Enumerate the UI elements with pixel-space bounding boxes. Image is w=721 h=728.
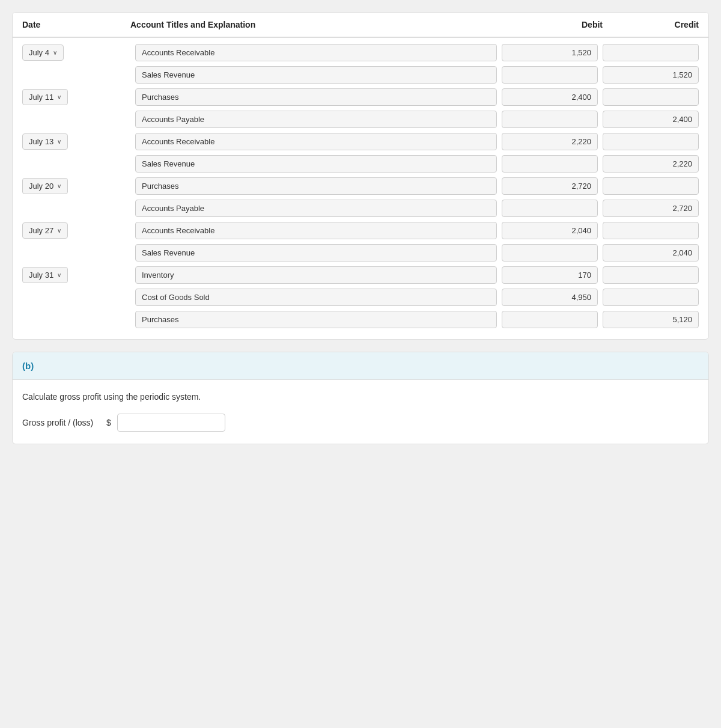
debit-input-july20-1[interactable] (502, 200, 598, 217)
debit-input-july11-1[interactable] (502, 111, 598, 128)
journal-entries: July 4 ∨ July 11 (13, 38, 708, 339)
account-input-july27-1[interactable] (135, 244, 497, 262)
date-cell-july31: July 31 ∨ (22, 267, 130, 283)
debit-input-july4-1[interactable] (502, 66, 598, 84)
date-dropdown-july11[interactable]: July 11 ∨ (22, 89, 68, 105)
chevron-icon: ∨ (57, 94, 61, 100)
date-label-july27: July 27 (29, 226, 53, 235)
account-input-july11-1[interactable] (135, 111, 497, 128)
entry-group-july20: July 20 ∨ (22, 177, 699, 217)
date-cell-july20: July 20 ∨ (22, 178, 130, 194)
entry-row: July 11 ∨ (22, 88, 699, 106)
section-b-label: (b) (22, 361, 34, 371)
credit-input-july31-2[interactable] (603, 311, 699, 328)
header-date: Date (22, 20, 130, 29)
entry-row (22, 200, 699, 217)
debit-input-july13-0[interactable] (502, 133, 598, 150)
debit-input-july31-1[interactable] (502, 289, 598, 306)
date-dropdown-july27[interactable]: July 27 ∨ (22, 222, 68, 239)
credit-input-july31-1[interactable] (603, 289, 699, 306)
date-cell-july13: July 13 ∨ (22, 133, 130, 150)
entry-row (22, 289, 699, 306)
chevron-icon: ∨ (57, 272, 61, 278)
date-label-july4: July 4 (29, 48, 49, 57)
credit-input-july31-0[interactable] (603, 266, 699, 284)
date-label-july13: July 13 (29, 137, 53, 146)
section-b-header: (b) (13, 352, 708, 380)
credit-input-july13-0[interactable] (603, 133, 699, 150)
entry-row: July 20 ∨ (22, 177, 699, 195)
entry-group-july27: July 27 ∨ (22, 222, 699, 262)
entry-row (22, 244, 699, 262)
account-input-july31-2[interactable] (135, 311, 497, 328)
entry-row: July 27 ∨ (22, 222, 699, 239)
account-input-july31-0[interactable] (135, 266, 497, 284)
header-account: Account Titles and Explanation (130, 20, 507, 29)
section-b-card: (b) Calculate gross profit using the per… (12, 352, 709, 444)
date-label-july11: July 11 (29, 93, 53, 102)
gross-profit-row: Gross profit / (loss) $ (22, 414, 699, 432)
date-cell-july27: July 27 ∨ (22, 222, 130, 239)
header-credit: Credit (603, 20, 699, 29)
account-input-july31-1[interactable] (135, 289, 497, 306)
account-input-july13-1[interactable] (135, 155, 497, 173)
entry-row: July 13 ∨ (22, 133, 699, 150)
gross-profit-label: Gross profit / (loss) (22, 418, 100, 427)
date-dropdown-july20[interactable]: July 20 ∨ (22, 178, 68, 194)
account-input-july20-0[interactable] (135, 177, 497, 195)
credit-input-july27-1[interactable] (603, 244, 699, 262)
account-input-july4-1[interactable] (135, 66, 497, 84)
section-b-body: Calculate gross profit using the periodi… (13, 380, 708, 444)
entry-row: July 4 ∨ (22, 44, 699, 61)
dollar-sign: $ (106, 418, 111, 427)
debit-input-july13-1[interactable] (502, 155, 598, 173)
account-input-july27-0[interactable] (135, 222, 497, 239)
chevron-icon: ∨ (57, 227, 61, 234)
credit-input-july4-0[interactable] (603, 44, 699, 61)
entry-row (22, 111, 699, 128)
credit-input-july11-1[interactable] (603, 111, 699, 128)
credit-input-july4-1[interactable] (603, 66, 699, 84)
header-debit: Debit (507, 20, 603, 29)
credit-input-july13-1[interactable] (603, 155, 699, 173)
section-b-instruction: Calculate gross profit using the periodi… (22, 392, 699, 402)
entry-group-july4: July 4 ∨ (22, 44, 699, 84)
credit-input-july20-1[interactable] (603, 200, 699, 217)
debit-input-july20-0[interactable] (502, 177, 598, 195)
account-input-july20-1[interactable] (135, 200, 497, 217)
journal-table-card: Date Account Titles and Explanation Debi… (12, 12, 709, 340)
table-header: Date Account Titles and Explanation Debi… (13, 13, 708, 38)
date-dropdown-july4[interactable]: July 4 ∨ (22, 44, 64, 61)
chevron-icon: ∨ (53, 49, 57, 56)
credit-input-july27-0[interactable] (603, 222, 699, 239)
chevron-icon: ∨ (57, 183, 61, 189)
account-input-july4-0[interactable] (135, 44, 497, 61)
entry-group-july31: July 31 ∨ (22, 266, 699, 328)
date-label-july31: July 31 (29, 271, 53, 280)
account-input-july11-0[interactable] (135, 88, 497, 106)
debit-input-july27-0[interactable] (502, 222, 598, 239)
entry-row (22, 155, 699, 173)
entry-row (22, 311, 699, 328)
credit-input-july20-0[interactable] (603, 177, 699, 195)
entry-group-july13: July 13 ∨ (22, 133, 699, 173)
date-label-july20: July 20 (29, 182, 53, 191)
date-dropdown-july31[interactable]: July 31 ∨ (22, 267, 68, 283)
credit-input-july11-0[interactable] (603, 88, 699, 106)
debit-input-july11-0[interactable] (502, 88, 598, 106)
date-cell-july4: July 4 ∨ (22, 44, 130, 61)
account-input-july13-0[interactable] (135, 133, 497, 150)
debit-input-july31-0[interactable] (502, 266, 598, 284)
debit-input-july4-0[interactable] (502, 44, 598, 61)
debit-input-july27-1[interactable] (502, 244, 598, 262)
entry-row (22, 66, 699, 84)
gross-profit-input[interactable] (117, 414, 225, 432)
debit-input-july31-2[interactable] (502, 311, 598, 328)
date-cell-july11: July 11 ∨ (22, 89, 130, 105)
entry-row: July 31 ∨ (22, 266, 699, 284)
date-dropdown-july13[interactable]: July 13 ∨ (22, 133, 68, 150)
chevron-icon: ∨ (57, 138, 61, 145)
entry-group-july11: July 11 ∨ (22, 88, 699, 128)
